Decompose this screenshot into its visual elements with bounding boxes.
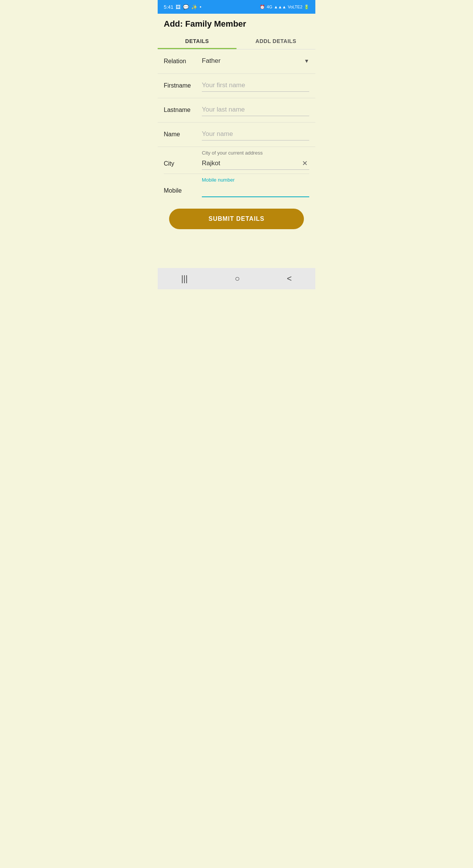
battery-icon: 🔋 <box>304 5 309 10</box>
mobile-inner: Mobile <box>164 184 309 201</box>
mobile-helper-text: Mobile number <box>164 177 309 184</box>
relation-value: Father <box>202 57 221 65</box>
city-inner: City ✕ <box>164 157 309 174</box>
message-icon: 💬 <box>183 4 189 10</box>
status-left: 5:41 🖼 💬 ✨ • <box>164 4 201 10</box>
page-title: Add: Family Member <box>164 19 309 29</box>
name-row: Name <box>158 123 315 147</box>
form-area: Relation Father ▼ Firstname Lastname Nam… <box>158 49 315 268</box>
chevron-down-icon: ▼ <box>304 58 309 64</box>
city-input[interactable] <box>202 157 300 169</box>
signal-icon: ▲▲▲ <box>274 5 286 9</box>
firstname-field <box>202 79 309 92</box>
name-field <box>202 128 309 140</box>
tab-addl-details[interactable]: ADDL DETAILS <box>237 33 315 49</box>
submit-wrap: SUBMIT DETAILS <box>158 201 315 241</box>
time-display: 5:41 <box>164 4 173 10</box>
name-label: Name <box>164 128 202 138</box>
home-button[interactable]: ○ <box>227 272 248 285</box>
relation-row: Relation Father ▼ <box>158 49 315 74</box>
lastname-label: Lastname <box>164 104 202 113</box>
city-helper-text: City of your current address <box>164 150 309 157</box>
mobile-input[interactable] <box>202 184 309 197</box>
submit-button[interactable]: SUBMIT DETAILS <box>169 209 304 229</box>
wand-icon: ✨ <box>191 4 197 10</box>
relation-dropdown[interactable]: Father ▼ <box>202 55 309 67</box>
status-bar: 5:41 🖼 💬 ✨ • ⏰ 4G ▲▲▲ VoLTE2 🔋 <box>158 0 315 14</box>
name-input[interactable] <box>202 128 309 140</box>
nav-bar: ||| ○ < <box>158 268 315 289</box>
city-input-wrap: ✕ <box>202 157 309 170</box>
gallery-icon: 🖼 <box>176 4 181 10</box>
firstname-input[interactable] <box>202 79 309 92</box>
firstname-label: Firstname <box>164 79 202 89</box>
alarm-icon: ⏰ <box>260 5 265 10</box>
recents-button[interactable]: ||| <box>174 272 195 285</box>
tab-details[interactable]: DETAILS <box>158 33 237 49</box>
clear-icon[interactable]: ✕ <box>300 159 309 168</box>
network-label: 4G <box>267 5 272 9</box>
mobile-row: Mobile number Mobile <box>158 174 315 201</box>
city-label: City <box>164 160 202 167</box>
mobile-label: Mobile <box>164 187 202 194</box>
status-right: ⏰ 4G ▲▲▲ VoLTE2 🔋 <box>260 5 309 10</box>
firstname-row: Firstname <box>158 74 315 98</box>
back-button[interactable]: < <box>279 272 299 285</box>
volte-label: VoLTE2 <box>288 5 302 9</box>
lastname-input[interactable] <box>202 104 309 116</box>
tab-bar: DETAILS ADDL DETAILS <box>158 33 315 49</box>
lastname-row: Lastname <box>158 98 315 123</box>
city-row: City of your current address City ✕ <box>158 147 315 174</box>
dot-indicator: • <box>200 4 201 10</box>
lastname-field <box>202 104 309 116</box>
relation-field: Father ▼ <box>202 55 309 67</box>
app-header: Add: Family Member <box>158 14 315 33</box>
relation-label: Relation <box>164 55 202 65</box>
